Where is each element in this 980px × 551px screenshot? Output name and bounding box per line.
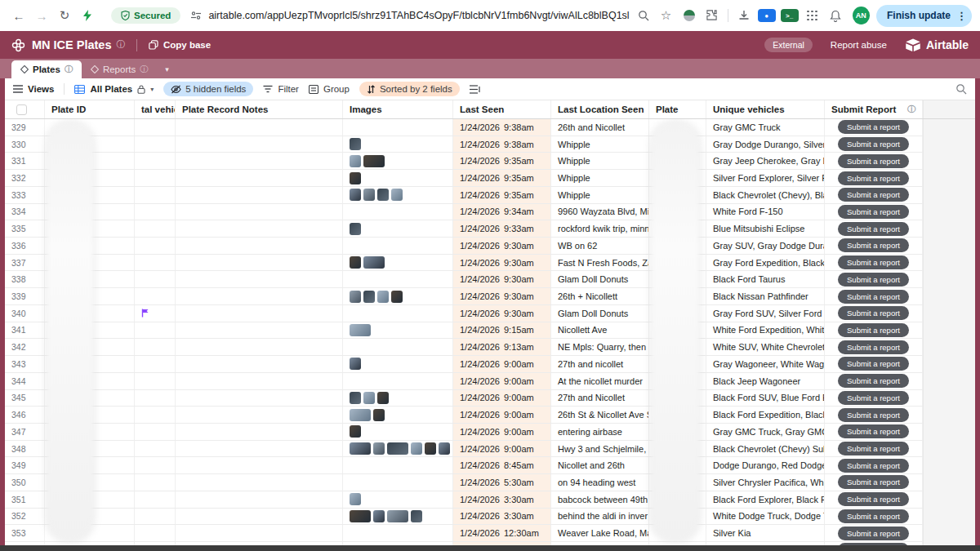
cell-rental-vehicle[interactable] bbox=[135, 238, 176, 254]
table-row[interactable]: 3341/24/20269:34am9960 Wayzata Blvd, Min… bbox=[5, 204, 975, 221]
cell-images[interactable] bbox=[343, 204, 453, 220]
cell-last-seen[interactable]: 1/24/20269:30am bbox=[453, 238, 551, 254]
table-row[interactable]: 3471/24/20269:00amentering airbaseGray G… bbox=[5, 424, 975, 441]
cell-rental-vehicle[interactable] bbox=[135, 271, 176, 287]
vehicle-photo-thumbnail[interactable] bbox=[350, 392, 361, 404]
cell-last-seen[interactable]: 1/24/202612:30am bbox=[453, 525, 551, 541]
cell-plate-record-notes[interactable] bbox=[176, 339, 343, 355]
downloads-icon[interactable] bbox=[733, 5, 755, 26]
table-row[interactable]: 3461/24/20269:00am26th St & Nicollet Ave… bbox=[5, 407, 975, 424]
submit-report-button[interactable]: Submit a report bbox=[838, 171, 909, 185]
table-row[interactable]: 3331/24/20269:35amWhippleBlack Chevrolet… bbox=[5, 187, 975, 204]
cell-last-seen[interactable]: 1/24/20269:00am bbox=[453, 356, 551, 372]
cell-last-seen[interactable]: 1/24/20269:30am bbox=[453, 288, 551, 304]
cell-images[interactable] bbox=[343, 407, 453, 423]
cell-rental-vehicle[interactable] bbox=[135, 407, 176, 423]
cell-rental-vehicle[interactable] bbox=[135, 424, 176, 440]
vehicle-photo-thumbnail[interactable] bbox=[350, 172, 361, 184]
cell-last-seen[interactable]: 1/24/20269:35am bbox=[453, 153, 551, 169]
cell-unique-vehicles[interactable]: White Ford Expedition, White Jee... bbox=[706, 322, 825, 339]
cell-last-location-seen[interactable]: 26th + Nicollett bbox=[551, 288, 649, 304]
airtable-logo[interactable]: Airtable bbox=[905, 38, 969, 52]
submit-report-button[interactable]: Submit a report bbox=[838, 273, 909, 287]
submit-report-button[interactable]: Submit a report bbox=[838, 256, 909, 269]
cell-unique-vehicles[interactable]: Silver Kia bbox=[706, 525, 825, 541]
cell-unique-vehicles[interactable]: Black Ford Expedition, Black SUV bbox=[706, 407, 825, 423]
cell-last-location-seen[interactable]: Whipple bbox=[551, 170, 649, 186]
cell-last-location-seen[interactable]: 27th and Nicollet bbox=[551, 390, 649, 407]
cell-last-location-seen[interactable]: Whipple bbox=[551, 153, 649, 169]
cell-rental-vehicle[interactable] bbox=[135, 204, 176, 220]
table-row[interactable]: 3361/24/20269:30amWB on 62Gray SUV, Gray… bbox=[5, 238, 975, 255]
cell-last-location-seen[interactable]: Whipple bbox=[551, 136, 649, 153]
submit-report-button[interactable]: Submit a report bbox=[838, 188, 909, 202]
cell-unique-vehicles[interactable]: Gray GMC Truck bbox=[706, 119, 825, 136]
cell-unique-vehicles[interactable]: Gray Ford Expedition, Black Ford ... bbox=[706, 255, 825, 271]
cell-plate-record-notes[interactable] bbox=[176, 373, 343, 389]
cell-plate-record-notes[interactable] bbox=[176, 204, 343, 220]
cell-last-seen[interactable]: 1/24/20269:00am bbox=[453, 373, 551, 389]
cell-unique-vehicles[interactable]: Black Ford Explorer, Black Ford S... bbox=[706, 491, 825, 508]
cell-unique-vehicles[interactable]: White Ford F-150 bbox=[706, 204, 825, 220]
cell-last-seen[interactable]: 1/24/20269:30am bbox=[453, 305, 551, 322]
vehicle-photo-thumbnail[interactable] bbox=[363, 392, 375, 404]
notifications-bell-icon[interactable] bbox=[825, 5, 846, 26]
table-row[interactable]: 3481/24/20269:00amHwy 3 and Schjelmile, … bbox=[5, 441, 975, 458]
vehicle-photo-thumbnail[interactable] bbox=[377, 392, 389, 404]
cell-last-seen[interactable]: 1/24/20269:35am bbox=[453, 170, 551, 186]
vehicle-photo-thumbnail[interactable] bbox=[373, 510, 385, 522]
view-switcher[interactable]: All Plates ▾ bbox=[74, 84, 154, 94]
copy-base-button[interactable]: Copy base bbox=[149, 40, 211, 50]
cell-images[interactable] bbox=[343, 424, 453, 440]
cell-rental-vehicle[interactable] bbox=[135, 153, 176, 169]
cell-images[interactable] bbox=[343, 356, 453, 372]
cell-plate-record-notes[interactable] bbox=[176, 390, 343, 407]
cell-images[interactable] bbox=[343, 525, 453, 541]
cell-rental-vehicle[interactable] bbox=[135, 491, 176, 508]
cell-plate-record-notes[interactable] bbox=[176, 509, 343, 525]
vehicle-photo-thumbnail[interactable] bbox=[350, 493, 361, 505]
cell-plate-record-notes[interactable] bbox=[176, 441, 343, 457]
submit-report-button[interactable]: Submit a report bbox=[838, 509, 909, 523]
column-header-plate[interactable]: Plate bbox=[649, 100, 706, 118]
cell-last-seen[interactable]: 1/24/20269:30am bbox=[453, 255, 551, 271]
cell-images[interactable] bbox=[343, 305, 453, 322]
cell-unique-vehicles[interactable]: Black Chevrolet (Chevy), Black F... bbox=[706, 187, 825, 203]
bookmark-star-icon[interactable]: ☆ bbox=[656, 5, 677, 26]
vehicle-photo-thumbnail[interactable] bbox=[373, 442, 385, 455]
submit-report-button[interactable]: Submit a report bbox=[838, 222, 909, 236]
submit-report-button[interactable]: Submit a report bbox=[838, 154, 909, 168]
cell-images[interactable] bbox=[343, 491, 453, 508]
cell-plate-record-notes[interactable] bbox=[176, 136, 343, 153]
cell-last-seen[interactable]: 1/24/202612:00am bbox=[453, 542, 551, 545]
bottom-scroll-bar[interactable] bbox=[0, 545, 980, 551]
table-row[interactable]: 3511/24/20263:30ambabcock between 49th a… bbox=[5, 491, 975, 509]
vehicle-photo-thumbnail[interactable] bbox=[425, 442, 436, 455]
search-icon[interactable] bbox=[956, 83, 967, 95]
tab-reports[interactable]: Reports ⓘ bbox=[82, 60, 157, 78]
finish-update-button[interactable]: Finish update ⋮ bbox=[876, 5, 972, 27]
base-info-icon[interactable]: ⓘ bbox=[117, 39, 126, 51]
row-height-icon[interactable] bbox=[470, 85, 480, 94]
sort-button[interactable]: Sorted by 2 fields bbox=[359, 82, 460, 96]
vehicle-photo-thumbnail[interactable] bbox=[411, 442, 422, 455]
cell-last-seen[interactable]: 1/24/20263:30am bbox=[453, 491, 551, 508]
cell-last-location-seen[interactable]: Glam Doll Donuts bbox=[551, 271, 649, 287]
cell-images[interactable] bbox=[343, 136, 453, 153]
apps-grid-icon[interactable] bbox=[802, 5, 823, 26]
cell-plate-record-notes[interactable] bbox=[176, 238, 343, 254]
address-bar[interactable]: airtable.com/appUezpTMvoprlcl5/shrz91TAh… bbox=[208, 10, 629, 21]
table-row[interactable]: 3311/24/20269:35amWhippleGray Jeep Chero… bbox=[5, 153, 975, 170]
table-row[interactable]: 3391/24/20269:30am26th + NicollettBlack … bbox=[5, 288, 975, 305]
cell-unique-vehicles[interactable]: Black Ford Taurus bbox=[706, 271, 825, 287]
cell-last-location-seen[interactable]: 9960 Wayzata Blvd, Minn... bbox=[551, 204, 649, 220]
cell-last-seen[interactable]: 1/24/20268:45am bbox=[453, 457, 551, 473]
table-row[interactable]: 3371/24/20269:30amFast N Fresh Foods, Za… bbox=[5, 255, 975, 272]
cell-last-location-seen[interactable]: Weaver Lake Road, Maple... bbox=[551, 525, 649, 541]
column-header-unique-vehicles[interactable]: Unique vehicles bbox=[706, 100, 825, 118]
vehicle-photo-thumbnail[interactable] bbox=[391, 189, 403, 201]
cell-images[interactable] bbox=[343, 474, 453, 491]
cell-images[interactable] bbox=[343, 322, 453, 339]
submit-report-button[interactable]: Submit a report bbox=[838, 527, 909, 540]
cell-images[interactable] bbox=[343, 390, 453, 407]
